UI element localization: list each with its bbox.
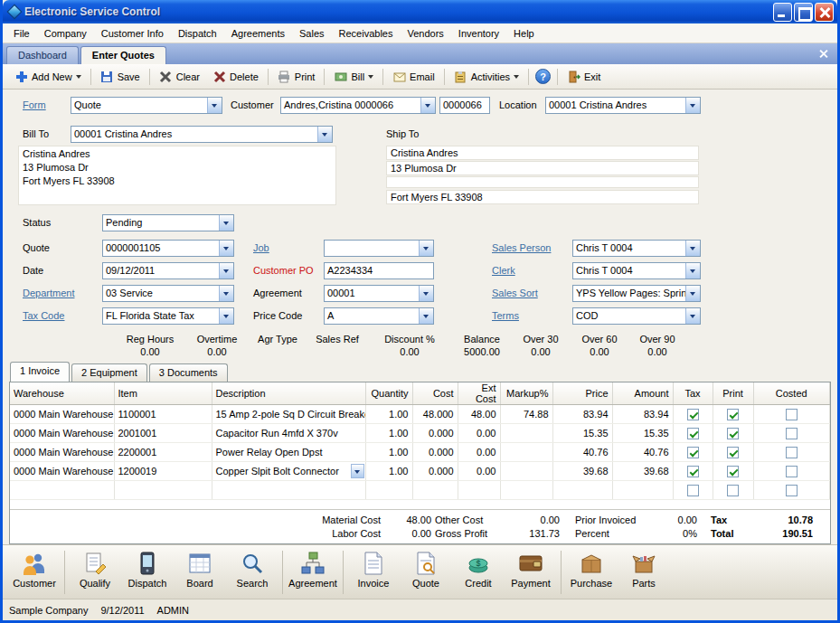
tax-checkbox[interactable] xyxy=(687,409,699,420)
search-shortcut-button[interactable]: Search xyxy=(226,549,278,589)
close-button[interactable] xyxy=(815,3,834,22)
print-checkbox[interactable] xyxy=(727,409,739,420)
job-combo[interactable] xyxy=(324,240,434,257)
sales-sort-link[interactable]: Sales Sort xyxy=(492,285,538,302)
maximize-button[interactable] xyxy=(794,3,813,22)
agreement-shortcut-button[interactable]: Agreement xyxy=(287,549,339,589)
costed-checkbox[interactable] xyxy=(786,466,798,477)
cell-warehouse[interactable]: 0000 Main Warehouse xyxy=(10,443,114,462)
cell-warehouse[interactable] xyxy=(10,481,114,500)
cell-ext-cost[interactable]: 0.00 xyxy=(458,443,500,462)
col-print[interactable]: Print xyxy=(713,382,753,405)
chevron-down-icon[interactable] xyxy=(685,286,700,301)
sales-person-combo[interactable]: Chris T 0004 xyxy=(572,240,701,257)
costed-checkbox[interactable] xyxy=(786,485,798,496)
print-checkbox[interactable] xyxy=(727,485,739,496)
cell-amount[interactable] xyxy=(612,481,673,500)
tab-enter-quotes[interactable]: Enter Quotes xyxy=(80,46,166,64)
col-price[interactable]: Price xyxy=(552,382,612,405)
cell-item[interactable]: 2001001 xyxy=(114,424,212,443)
job-link[interactable]: Job xyxy=(253,240,269,257)
bill-button[interactable]: Bill xyxy=(327,67,380,86)
ship-address-line3[interactable] xyxy=(386,176,699,188)
cell-item[interactable] xyxy=(114,481,212,500)
chevron-down-icon[interactable] xyxy=(419,308,433,324)
tab-dashboard[interactable]: Dashboard xyxy=(6,46,79,64)
terms-link[interactable]: Terms xyxy=(492,307,519,325)
ship-address-line4[interactable]: Fort Myers FL 33908 xyxy=(386,190,699,204)
cell-cost[interactable]: 0.000 xyxy=(412,462,458,481)
menu-file[interactable]: File xyxy=(6,25,37,42)
col-cost[interactable]: Cost xyxy=(412,382,458,405)
cell-description[interactable]: 15 Amp 2-pole Sq D Circuit Breake xyxy=(212,405,365,424)
customer-shortcut-button[interactable]: Customer xyxy=(8,549,61,589)
menu-inventory[interactable]: Inventory xyxy=(451,25,506,42)
menu-help[interactable]: Help xyxy=(506,25,542,42)
date-combo[interactable]: 09/12/2011 xyxy=(102,262,234,279)
clear-button[interactable]: Clear xyxy=(153,67,206,86)
department-combo[interactable]: 03 Service xyxy=(102,285,234,302)
cell-price[interactable]: 15.35 xyxy=(552,424,612,443)
sales-person-link[interactable]: Sales Person xyxy=(492,240,551,257)
credit-shortcut-button[interactable]: $ Credit xyxy=(452,549,505,589)
delete-button[interactable]: Delete xyxy=(206,67,265,86)
form-type-combo[interactable]: Quote xyxy=(71,97,222,114)
table-row[interactable]: 0000 Main Warehouse 2001001 Capacitor Ru… xyxy=(10,424,830,443)
cell-price[interactable]: 40.76 xyxy=(552,443,612,462)
col-item[interactable]: Item xyxy=(114,382,212,405)
menu-agreements[interactable]: Agreements xyxy=(224,25,292,42)
qualify-shortcut-button[interactable]: Qualify xyxy=(69,549,121,589)
cell-item[interactable]: 1100001 xyxy=(114,405,212,424)
cell-description-editing[interactable]: Copper Slpit Bolt Connector xyxy=(212,462,365,481)
cell-amount[interactable]: 15.35 xyxy=(612,424,673,443)
tax-code-link[interactable]: Tax Code xyxy=(23,307,64,325)
menu-dispatch[interactable]: Dispatch xyxy=(171,25,224,42)
invoice-shortcut-button[interactable]: Invoice xyxy=(347,549,400,589)
save-button[interactable]: Save xyxy=(94,67,146,86)
cell-ext-cost[interactable]: 48.00 xyxy=(458,405,500,424)
chevron-down-icon[interactable] xyxy=(419,241,433,256)
form-link[interactable]: Form xyxy=(23,97,46,114)
clerk-combo[interactable]: Chris T 0004 xyxy=(572,262,701,279)
print-checkbox[interactable] xyxy=(727,428,739,439)
chevron-down-icon[interactable] xyxy=(685,98,700,113)
cell-markup[interactable]: 74.88 xyxy=(500,405,552,424)
cell-price[interactable] xyxy=(552,481,612,500)
ship-address-line1[interactable]: Cristina Andres xyxy=(386,146,699,160)
chevron-down-icon[interactable] xyxy=(685,308,700,324)
costed-checkbox[interactable] xyxy=(786,447,798,458)
chevron-down-icon[interactable] xyxy=(219,286,233,301)
customer-code-field[interactable]: 0000066 xyxy=(439,97,490,114)
chevron-down-icon[interactable] xyxy=(317,127,332,142)
email-button[interactable]: Email xyxy=(386,67,441,86)
cell-ext-cost[interactable]: 0.00 xyxy=(458,424,500,443)
col-tax[interactable]: Tax xyxy=(673,382,713,405)
cell-description[interactable]: Power Relay Open Dpst xyxy=(212,443,365,462)
location-combo[interactable]: 00001 Cristina Andres xyxy=(545,97,701,114)
cell-item[interactable]: 1200019 xyxy=(114,462,212,481)
print-checkbox[interactable] xyxy=(727,447,739,458)
col-description[interactable]: Description xyxy=(212,382,365,405)
cell-quantity[interactable]: 1.00 xyxy=(365,462,412,481)
table-row[interactable]: 0000 Main Warehouse 1200019 Copper Slpit… xyxy=(10,462,830,481)
tax-checkbox[interactable] xyxy=(687,485,699,496)
costed-checkbox[interactable] xyxy=(786,428,798,439)
department-link[interactable]: Department xyxy=(23,285,74,302)
agreement-combo[interactable]: 00001 xyxy=(324,285,434,302)
cell-warehouse[interactable]: 0000 Main Warehouse xyxy=(10,462,114,481)
chevron-down-icon[interactable] xyxy=(207,98,222,113)
add-new-button[interactable]: Add New xyxy=(8,67,88,86)
cell-quantity[interactable]: 1.00 xyxy=(365,443,412,462)
cell-ext-cost[interactable]: 0.00 xyxy=(458,462,500,481)
col-warehouse[interactable]: Warehouse xyxy=(10,382,114,405)
menu-receivables[interactable]: Receivables xyxy=(332,25,401,42)
cell-warehouse[interactable]: 0000 Main Warehouse xyxy=(10,424,114,443)
price-code-combo[interactable]: A xyxy=(324,307,434,325)
col-quantity[interactable]: Quantity xyxy=(365,382,412,405)
menu-company[interactable]: Company xyxy=(37,25,94,42)
cell-amount[interactable]: 39.68 xyxy=(612,462,673,481)
help-icon[interactable]: ? xyxy=(535,69,551,84)
chevron-down-icon[interactable] xyxy=(419,286,433,301)
ship-address-line2[interactable]: 13 Plumosa Dr xyxy=(386,161,699,175)
cell-quantity[interactable]: 1.00 xyxy=(365,405,412,424)
